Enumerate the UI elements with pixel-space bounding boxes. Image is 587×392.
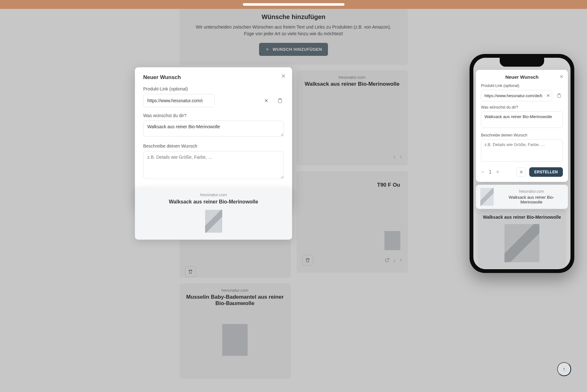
phone-label-product-link: Produkt-Link (optional) — [481, 83, 563, 88]
close-icon: ✕ — [546, 93, 550, 98]
page-topbar — [0, 0, 587, 9]
phone-close-button[interactable]: ✕ — [557, 72, 565, 81]
phone-preview-title: Walksack aus reiner Bio-Merinowolle — [499, 195, 564, 204]
phone-mockup: Walksack aus reiner Bio-Merinowolle Neue… — [470, 54, 574, 273]
link-preview-card[interactable]: hessnatur.com Walksack aus reiner Bio-Me… — [135, 187, 292, 240]
phone-description-input[interactable] — [481, 139, 563, 162]
phone-label-wish: Was wünschst du dir? — [481, 105, 563, 110]
phone-wish-input[interactable] — [481, 111, 563, 128]
scroll-to-top-button[interactable]: ↑ — [557, 362, 571, 376]
label-wish: Was wünschst du dir? — [143, 113, 284, 118]
minus-icon: − — [481, 169, 484, 175]
phone-screen: Walksack aus reiner Bio-Merinowolle Neue… — [473, 58, 570, 269]
phone-modal-title: Neuer Wunsch — [481, 74, 563, 80]
close-icon: ✕ — [281, 73, 286, 80]
phone-create-button[interactable]: ERSTELLEN — [529, 167, 563, 177]
clipboard-icon — [277, 98, 283, 103]
phone-label-description: Beschreibe deinen Wunsch — [481, 133, 563, 137]
arrow-up-icon: ↑ — [563, 366, 566, 373]
close-icon: ✕ — [519, 169, 523, 175]
preview-thumbnail — [205, 210, 222, 233]
close-button[interactable]: ✕ — [279, 72, 288, 81]
clear-link-button[interactable]: ✕ — [262, 97, 270, 104]
wish-input[interactable] — [143, 121, 284, 136]
preview-title: Walksack aus reiner Bio-Merinowolle — [142, 199, 285, 205]
phone-link-preview-card[interactable]: hessnatur.com Walksack aus reiner Bio-Me… — [476, 185, 568, 209]
phone-cancel-button[interactable]: ✕ — [517, 167, 526, 177]
description-input[interactable] — [143, 151, 284, 179]
close-icon: ✕ — [559, 74, 564, 79]
phone-qty-increase-button[interactable]: + — [496, 169, 499, 176]
phone-preview-thumbnail — [480, 188, 494, 206]
modal-title: Neuer Wunsch — [143, 74, 284, 81]
topbar-pill — [243, 3, 344, 6]
phone-new-wish-modal: Neuer Wunsch ✕ Produkt-Link (optional) ✕ — [476, 70, 568, 182]
phone-clear-link-button[interactable]: ✕ — [546, 93, 550, 98]
close-icon: ✕ — [264, 98, 268, 103]
phone-paste-button[interactable] — [555, 92, 563, 99]
plus-icon: + — [496, 169, 499, 175]
phone-qty-decrease-button[interactable]: − — [481, 169, 484, 176]
phone-notch — [500, 58, 544, 67]
product-link-input[interactable] — [143, 94, 215, 107]
phone-quantity-stepper: − 1 + — [481, 169, 499, 176]
phone-qty-value: 1 — [489, 169, 492, 175]
clipboard-icon — [557, 93, 562, 98]
paste-button[interactable] — [276, 97, 284, 104]
phone-product-link-input[interactable] — [481, 90, 552, 101]
new-wish-modal: Neuer Wunsch ✕ Produkt-Link (optional) ✕… — [135, 67, 292, 206]
label-product-link: Produkt-Link (optional) — [143, 86, 284, 91]
label-description: Beschreibe deinen Wunsch — [143, 143, 284, 149]
phone-preview-domain: hessnatur.com — [499, 189, 564, 194]
preview-domain: hessnatur.com — [142, 192, 285, 197]
